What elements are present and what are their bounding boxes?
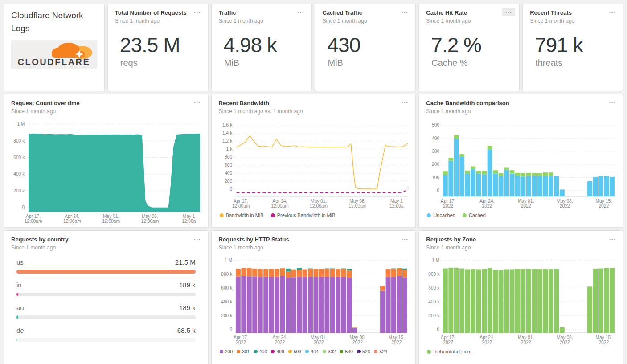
legend-label: 404 [311, 349, 319, 354]
country-value: 21.5 M [175, 258, 196, 266]
panel-recent-bandwidth: Recent Bandwidth Since 1 month ago vs. 1… [211, 94, 416, 228]
legend-item-404[interactable]: 404 [305, 349, 319, 354]
country-bar-fill [16, 270, 196, 274]
panel-menu-icon[interactable]: ... [398, 235, 411, 243]
country-bar-fill [16, 315, 18, 319]
legend-label: 403 [259, 349, 267, 354]
panel-menu-icon[interactable]: ... [606, 98, 619, 106]
y-tick-label: 100 [432, 175, 440, 180]
bar-segment [443, 175, 448, 197]
legend-item-526[interactable]: 526 [357, 349, 370, 354]
bar-segment [554, 176, 559, 196]
bar-segment [313, 277, 318, 333]
http-status-chart[interactable]: 1 M800 k600 k400 k200 k0Apr 17,2022Apr 2… [219, 255, 409, 347]
legend-item-302[interactable]: 302 [323, 349, 336, 354]
http-status-canvas[interactable]: 1 M800 k600 k400 k200 k0Apr 17,2022Apr 2… [219, 255, 409, 347]
y-tick-label: 200 k [13, 188, 25, 193]
bar-segment [297, 277, 302, 333]
panel-cached-traffic: Cached Traffic Since 1 month ago ... 430… [315, 4, 416, 91]
x-tick-label: Apr 24,2022 [480, 199, 495, 209]
y-tick-label: 200 k [429, 313, 440, 318]
panel-subtitle: Since 1 month ago [219, 245, 409, 251]
panel-menu-icon[interactable]: ... [295, 8, 307, 16]
request-count-chart[interactable]: 1 M800 k600 k400 k200 k0Apr 17,12:00amAp… [11, 119, 201, 226]
zone-canvas[interactable]: 1 M800 k600 k400 k200 k0Apr 17,2022Apr 2… [426, 255, 616, 347]
bar-segment [324, 269, 329, 277]
x-tick-label: May 01,2022 [518, 199, 534, 209]
recent-bandwidth-canvas[interactable]: 1.6 k1.4 k1.2 k1 k8006004002000Apr 17,12… [219, 119, 409, 211]
x-tick-label: May 112:00a [182, 214, 196, 224]
panel-menu-icon[interactable]: ... [606, 8, 619, 16]
legend-item-524[interactable]: 524 [374, 349, 387, 354]
bar-segment [521, 177, 526, 197]
bar-segment [397, 268, 402, 276]
legend-item-theburritobot-com[interactable]: theburritobot.com [427, 349, 471, 354]
legend-item-530[interactable]: 530 [340, 349, 353, 354]
panel-dashboard-title: Cloudflare Network Logs CLOUDFLARE [4, 4, 105, 91]
bar-segment [286, 269, 291, 271]
panel-recent-threats: Recent Threats Since 1 month ago ... 791… [522, 4, 623, 91]
bar-segment [504, 168, 509, 170]
legend-item-bandwidth-in-mib[interactable]: Bandwidth in MiB [220, 213, 264, 218]
bar-segment [258, 269, 262, 277]
chart-legend: theburritobot.com [426, 349, 616, 354]
bar-segment [252, 277, 257, 333]
panel-requests-by-http-status: Requests by HTTP Status Since 1 month ag… [211, 230, 416, 364]
bar-segment [297, 268, 302, 270]
zone-chart[interactable]: 1 M800 k600 k400 k200 k0Apr 17,2022Apr 2… [426, 255, 616, 347]
bar-segment [391, 277, 396, 333]
x-tick-label: May 01,2022 [311, 335, 327, 345]
legend-item-301[interactable]: 301 [237, 349, 250, 354]
cache-bandwidth-chart[interactable]: 5004003002001000Apr 17,2022Apr 24,2022Ma… [426, 119, 616, 211]
y-tick-label: 1.6 k [222, 123, 233, 127]
bar-segment [291, 270, 296, 278]
panel-menu-icon[interactable]: ... [398, 98, 411, 106]
chart-legend: 200301403499503404302530526524 [219, 349, 409, 354]
legend-item-uncached[interactable]: Uncached [427, 213, 455, 218]
stat-value: 430 [322, 33, 408, 57]
legend-item-previous-bandwidth-in-mib[interactable]: Previous Bandwidth in MiB [271, 213, 336, 218]
y-tick-label: 600 k [221, 286, 233, 290]
y-tick-label: 1.4 k [222, 131, 233, 135]
x-tick-label: May 15,2022 [596, 335, 612, 345]
bar-segment [476, 174, 481, 196]
panel-subtitle: Since 1 month ago [426, 245, 616, 251]
legend-item-503[interactable]: 503 [288, 349, 302, 354]
recent-bandwidth-chart[interactable]: 1.6 k1.4 k1.2 k1 k8006004002000Apr 17,12… [219, 119, 409, 211]
bar-segment [515, 176, 520, 197]
legend-item-200[interactable]: 200 [220, 349, 233, 354]
legend-label: Cached [469, 213, 486, 218]
panel-menu-icon[interactable]: ... [606, 235, 619, 243]
bar-segment [510, 270, 515, 333]
legend-color-dot [254, 350, 258, 353]
panel-menu-icon[interactable]: ... [191, 235, 204, 243]
country-row-in: in189 k [16, 281, 196, 296]
bar-segment [324, 277, 329, 333]
cache-bandwidth-canvas[interactable]: 5004003002001000Apr 17,2022Apr 24,2022Ma… [426, 119, 616, 211]
stat-value: 4.98 k [219, 33, 305, 57]
y-tick-label: 400 [225, 171, 232, 176]
bar-segment [543, 172, 548, 176]
legend-color-dot [288, 350, 292, 353]
bar-segment [308, 269, 313, 277]
legend-item-cached[interactable]: Cached [463, 213, 486, 218]
bar-segment [515, 269, 520, 333]
bar-segment [286, 271, 291, 278]
bar-segment [341, 269, 346, 277]
panel-menu-icon[interactable]: ... [191, 8, 204, 16]
panel-menu-icon[interactable]: ... [502, 8, 515, 16]
bar-segment [482, 269, 487, 333]
bar-segment [526, 173, 531, 176]
stat-value: 7.2 % [426, 33, 512, 57]
panel-menu-icon[interactable]: ... [398, 8, 411, 16]
bar-segment [347, 278, 352, 333]
legend-label: 301 [242, 349, 250, 354]
panel-menu-icon[interactable]: ... [191, 98, 204, 106]
request-count-canvas[interactable]: 1 M800 k600 k400 k200 k0Apr 17,12:00amAp… [11, 119, 201, 226]
legend-item-403[interactable]: 403 [254, 349, 267, 354]
x-tick-label: May 08,2022 [557, 199, 573, 209]
stat-unit: threats [530, 58, 616, 68]
bar-segment [246, 268, 251, 277]
legend-item-499[interactable]: 499 [271, 349, 284, 354]
country-label: de [16, 327, 24, 334]
